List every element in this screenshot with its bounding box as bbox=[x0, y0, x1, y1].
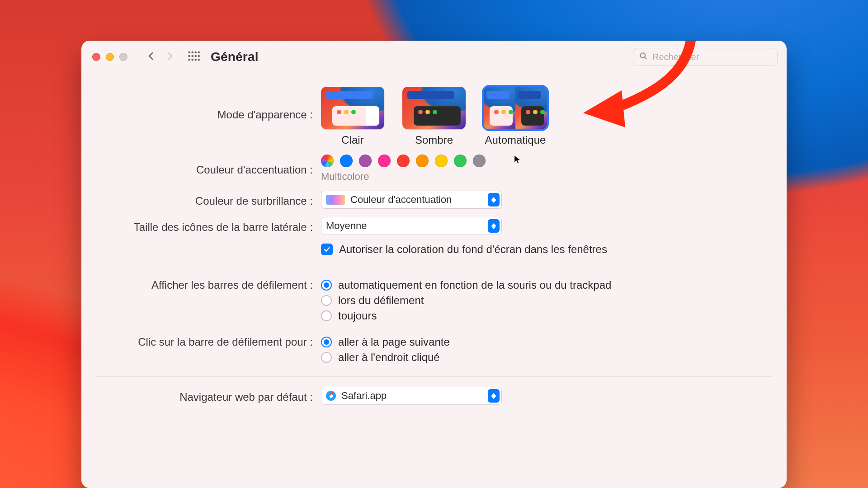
scrollbars-option-always[interactable]: toujours bbox=[321, 310, 773, 322]
accent-swatch-gray[interactable] bbox=[473, 155, 486, 167]
label-appearance: Mode d'apparence : bbox=[95, 87, 321, 121]
default-browser-select[interactable]: Safari.app bbox=[321, 387, 502, 405]
accent-swatch-yellow[interactable] bbox=[435, 155, 448, 167]
accent-swatch-red[interactable] bbox=[397, 155, 410, 167]
svg-point-10 bbox=[194, 59, 197, 61]
row-appearance: Mode d'apparence : Clair bbox=[95, 87, 773, 146]
accent-swatch-multicolor[interactable] bbox=[321, 155, 334, 167]
appearance-option-label: Clair bbox=[321, 134, 384, 146]
accent-swatch-purple[interactable] bbox=[359, 155, 372, 167]
row-scrollclick: Clic sur la barre de défilement pour : a… bbox=[95, 333, 773, 366]
forward-button[interactable] bbox=[165, 51, 175, 63]
search-input[interactable] bbox=[652, 52, 772, 62]
select-stepper-icon bbox=[488, 219, 500, 233]
highlight-select-value: Couleur d'accentuation bbox=[350, 194, 452, 206]
svg-point-4 bbox=[188, 55, 190, 57]
accent-swatch-blue[interactable] bbox=[340, 155, 353, 167]
scrollbars-option-scrolling[interactable]: lors du défilement bbox=[321, 294, 773, 307]
svg-point-11 bbox=[198, 59, 200, 61]
appearance-option-label: Sombre bbox=[402, 134, 466, 146]
safari-icon bbox=[326, 391, 336, 401]
select-stepper-icon bbox=[488, 193, 500, 206]
appearance-option-light[interactable]: Clair bbox=[321, 87, 384, 146]
select-stepper-icon bbox=[488, 389, 500, 403]
checkbox-checked-icon bbox=[321, 244, 333, 255]
preferences-content: Mode d'apparence : Clair bbox=[81, 73, 787, 415]
scrollclick-radios: aller à la page suivante aller à l'endro… bbox=[321, 333, 773, 366]
section-divider bbox=[95, 415, 773, 415]
toolbar-nav bbox=[146, 51, 175, 63]
radio-icon bbox=[321, 295, 332, 306]
label-accent: Couleur d'accentuation : bbox=[95, 161, 321, 176]
radio-selected-icon bbox=[321, 337, 332, 347]
label-highlight: Couleur de surbrillance : bbox=[95, 192, 321, 207]
minimize-icon[interactable] bbox=[106, 53, 114, 61]
radio-icon bbox=[321, 310, 332, 321]
svg-point-8 bbox=[188, 59, 190, 61]
search-icon bbox=[639, 52, 648, 62]
scrollbars-option-label: automatiquement en fonction de la souris… bbox=[338, 279, 611, 291]
zoom-icon[interactable] bbox=[119, 53, 127, 61]
wallpaper-tint-label: Autoriser la coloration du fond d'écran … bbox=[339, 243, 607, 256]
appearance-option-label: Automatique bbox=[484, 134, 547, 146]
scrollclick-option-label: aller à la page suivante bbox=[338, 336, 450, 348]
show-all-button[interactable] bbox=[187, 50, 200, 64]
highlight-select[interactable]: Couleur d'accentuation bbox=[321, 191, 502, 209]
section-divider bbox=[95, 266, 773, 266]
svg-point-1 bbox=[191, 52, 193, 54]
svg-point-6 bbox=[194, 55, 197, 57]
appearance-option-auto[interactable]: Automatique bbox=[484, 87, 547, 146]
sidebar-size-select[interactable]: Moyenne bbox=[321, 217, 502, 235]
accent-swatch-pink[interactable] bbox=[378, 155, 391, 167]
highlight-swatch-icon bbox=[326, 195, 345, 205]
row-scrollbars: Afficher les barres de défilement : auto… bbox=[95, 276, 773, 325]
window-title: Général bbox=[211, 50, 259, 64]
accent-swatch-orange[interactable] bbox=[416, 155, 429, 167]
svg-point-3 bbox=[198, 52, 200, 54]
back-button[interactable] bbox=[146, 51, 156, 63]
svg-point-5 bbox=[191, 55, 193, 57]
scrollbars-option-label: lors du défilement bbox=[338, 294, 424, 307]
row-wallpaper-tint: Autoriser la coloration du fond d'écran … bbox=[95, 243, 773, 256]
row-default-browser: Navigateur web par défaut : Safari.app bbox=[95, 387, 773, 405]
svg-point-9 bbox=[191, 59, 193, 61]
radio-icon bbox=[321, 352, 332, 363]
svg-line-13 bbox=[645, 57, 646, 59]
scrollclick-option-jump[interactable]: aller à l'endroit cliqué bbox=[321, 351, 773, 364]
row-accent: Couleur d'accentuation : Multicolore bbox=[95, 155, 773, 183]
scrollbars-radios: automatiquement en fonction de la souris… bbox=[321, 276, 773, 325]
wallpaper-tint-checkbox[interactable]: Autoriser la coloration du fond d'écran … bbox=[321, 243, 773, 256]
sidebar-size-select-value: Moyenne bbox=[326, 220, 367, 232]
default-browser-value: Safari.app bbox=[341, 390, 387, 402]
row-highlight: Couleur de surbrillance : Couleur d'acce… bbox=[95, 191, 773, 209]
svg-point-2 bbox=[194, 52, 197, 54]
scrollbars-option-label: toujours bbox=[338, 310, 377, 322]
section-divider bbox=[95, 376, 773, 377]
scrollclick-option-next[interactable]: aller à la page suivante bbox=[321, 336, 773, 348]
accent-selected-label: Multicolore bbox=[321, 171, 773, 183]
window-traffic-lights bbox=[92, 53, 127, 61]
scrollclick-option-label: aller à l'endroit cliqué bbox=[338, 351, 440, 364]
preferences-window: Général Mode d'apparence : Clair bbox=[81, 41, 787, 488]
label-scrollclick: Clic sur la barre de défilement pour : bbox=[95, 333, 321, 348]
accent-swatch-green[interactable] bbox=[454, 155, 467, 167]
label-scrollbars: Afficher les barres de défilement : bbox=[95, 276, 321, 291]
label-default-browser: Navigateur web par défaut : bbox=[95, 388, 321, 404]
appearance-tiles: Clair Sombre Autom bbox=[321, 87, 773, 146]
appearance-option-dark[interactable]: Sombre bbox=[402, 87, 466, 146]
svg-point-7 bbox=[198, 55, 200, 57]
scrollbars-option-auto[interactable]: automatiquement en fonction de la souris… bbox=[321, 279, 773, 291]
radio-selected-icon bbox=[321, 280, 332, 291]
search-field[interactable] bbox=[633, 48, 778, 66]
row-sidebar-size: Taille des icônes de la barre latérale :… bbox=[95, 217, 773, 235]
close-icon[interactable] bbox=[92, 53, 100, 61]
cursor-icon bbox=[513, 155, 523, 164]
svg-point-0 bbox=[188, 52, 190, 54]
label-sidebar-size: Taille des icônes de la barre latérale : bbox=[95, 218, 321, 234]
accent-swatches bbox=[321, 155, 773, 167]
window-toolbar: Général bbox=[81, 41, 787, 73]
